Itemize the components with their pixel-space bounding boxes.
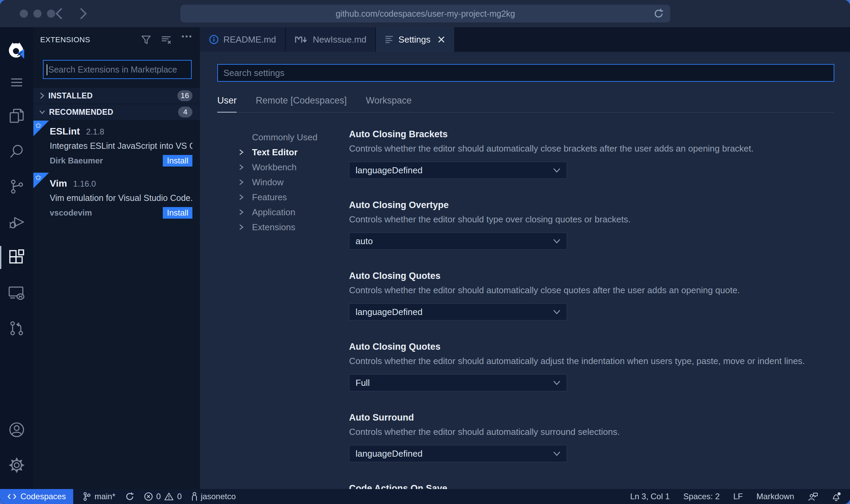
tab-readme[interactable]: README.md <box>200 27 286 52</box>
menu-icon[interactable] <box>0 67 33 98</box>
settings-list: Auto Closing Brackets Controls whether t… <box>349 113 834 489</box>
settings-search-input[interactable] <box>218 68 834 78</box>
setting-auto-closing-brackets: Auto Closing Brackets Controls whether t… <box>349 128 834 179</box>
clear-filter-icon[interactable] <box>161 35 171 45</box>
install-button[interactable]: Install <box>163 155 192 167</box>
installed-count-badge: 16 <box>177 90 192 101</box>
more-actions-icon[interactable] <box>182 35 192 45</box>
chevron-down-icon <box>553 380 561 385</box>
pull-requests-icon[interactable] <box>0 311 33 346</box>
warnings-icon <box>164 492 174 501</box>
setting-dropdown[interactable]: languageDefined <box>349 162 567 179</box>
cursor-position[interactable]: Ln 3, Col 1 <box>630 492 670 501</box>
setting-dropdown[interactable]: auto <box>349 233 567 250</box>
scope-user[interactable]: User <box>217 95 237 106</box>
language-mode[interactable]: Markdown <box>756 492 794 501</box>
window-controls <box>20 10 55 18</box>
back-icon[interactable] <box>53 6 65 21</box>
chevron-down-icon <box>553 310 561 314</box>
chevron-right-icon <box>238 209 252 216</box>
toc-commonly-used[interactable]: Commonly Used <box>238 130 349 145</box>
setting-dropdown[interactable]: languageDefined <box>349 445 567 462</box>
chevron-down-icon <box>553 239 561 243</box>
user-status[interactable]: jasonetco <box>191 492 236 501</box>
explorer-icon[interactable] <box>0 98 33 133</box>
toc-text-editor[interactable]: Text Editor <box>238 145 349 160</box>
sync-status[interactable] <box>125 492 135 501</box>
toc-workbench[interactable]: Workbench <box>238 160 349 175</box>
extension-item-eslint[interactable]: ✩ ESLint 2.1.8 Integrates ESLint JavaScr… <box>33 121 200 173</box>
browser-chrome: github.com/codespaces/user-my-project-mg… <box>0 0 850 27</box>
problems-status[interactable]: 0 0 <box>144 492 182 501</box>
chevron-down-icon <box>39 109 46 115</box>
chevron-right-icon <box>39 92 45 99</box>
eol-sequence[interactable]: LF <box>733 492 743 501</box>
source-control-icon[interactable] <box>0 169 33 204</box>
branch-status[interactable]: main* <box>83 492 115 501</box>
extensions-search[interactable] <box>43 60 192 79</box>
toc-application[interactable]: Application <box>238 205 349 220</box>
section-recommended[interactable]: RECOMMENDED 4 <box>33 104 200 120</box>
settings-editor: User Remote [Codespaces] Workspace Commo… <box>200 52 850 489</box>
chevron-right-icon <box>238 164 252 171</box>
scope-workspace[interactable]: Workspace <box>366 95 412 106</box>
star-icon: ✩ <box>35 173 41 182</box>
browser-window: github.com/codespaces/user-my-project-mg… <box>0 0 850 504</box>
setting-dropdown[interactable]: Full <box>349 374 567 391</box>
settings-scope-tabs: User Remote [Codespaces] Workspace <box>217 95 834 113</box>
install-button[interactable]: Install <box>163 207 192 219</box>
chevron-right-icon <box>238 224 252 231</box>
indentation[interactable]: Spaces: 2 <box>683 492 720 501</box>
settings-toc: Commonly Used Text Editor Workbench <box>217 113 349 489</box>
setting-code-actions-on-save: Code Actions On Save <box>349 483 834 489</box>
forward-icon[interactable] <box>78 6 89 21</box>
recommended-count-badge: 4 <box>178 107 192 117</box>
window-control-minimize[interactable] <box>33 10 42 18</box>
tab-newissue[interactable]: NewIssue.md <box>286 27 376 52</box>
chevron-down-icon <box>553 451 561 456</box>
markdown-icon <box>295 35 308 44</box>
toc-extensions[interactable]: Extensions <box>238 220 349 235</box>
feedback-icon[interactable] <box>808 492 818 501</box>
setting-dropdown[interactable]: languageDefined <box>349 303 567 320</box>
reload-icon[interactable] <box>653 8 664 20</box>
sync-icon <box>125 492 135 501</box>
text-cursor <box>47 64 47 75</box>
notifications-bell-icon[interactable] <box>832 491 841 502</box>
toc-features[interactable]: Features <box>238 190 349 205</box>
search-icon[interactable] <box>0 133 33 169</box>
status-bar: Codespaces main* 0 0 <box>0 489 850 504</box>
sidebar-title: EXTENSIONS <box>40 35 90 44</box>
extensions-icon[interactable] <box>0 240 33 275</box>
remote-icon <box>7 492 16 501</box>
chevron-right-icon <box>238 179 252 186</box>
scope-remote[interactable]: Remote [Codespaces] <box>256 95 347 106</box>
info-icon <box>209 35 219 44</box>
person-icon <box>191 492 198 501</box>
extensions-search-input[interactable] <box>44 65 191 75</box>
setting-auto-closing-quotes: Auto Closing Quotes Controls whether the… <box>349 270 834 320</box>
setting-auto-closing-overtype: Auto Closing Overtype Controls whether t… <box>349 199 834 250</box>
chevron-down-icon <box>553 168 561 173</box>
tab-settings[interactable]: Settings <box>376 27 455 52</box>
remote-explorer-icon[interactable] <box>0 275 33 311</box>
account-icon[interactable] <box>0 412 33 447</box>
settings-gear-icon[interactable] <box>0 447 33 483</box>
chevron-right-icon <box>238 194 252 201</box>
codespaces-logo-icon <box>0 35 33 67</box>
branch-icon <box>83 492 91 501</box>
toc-window[interactable]: Window <box>238 175 349 190</box>
extensions-sidebar: EXTENSIONS <box>33 27 200 489</box>
section-installed[interactable]: INSTALLED 16 <box>33 88 200 104</box>
activity-bar <box>0 27 33 489</box>
setting-auto-surround: Auto Surround Controls whether the edito… <box>349 412 834 462</box>
address-bar[interactable]: github.com/codespaces/user-my-project-mg… <box>180 5 670 22</box>
star-icon: ✩ <box>35 121 41 130</box>
filter-icon[interactable] <box>141 35 151 45</box>
remote-indicator[interactable]: Codespaces <box>0 489 73 504</box>
settings-search[interactable] <box>217 64 834 82</box>
extension-item-vim[interactable]: ✩ Vim 1.16.0 Vim emulation for Visual St… <box>33 173 200 225</box>
window-control-close[interactable] <box>20 10 28 18</box>
close-icon[interactable] <box>437 35 445 44</box>
run-debug-icon[interactable] <box>0 204 33 240</box>
